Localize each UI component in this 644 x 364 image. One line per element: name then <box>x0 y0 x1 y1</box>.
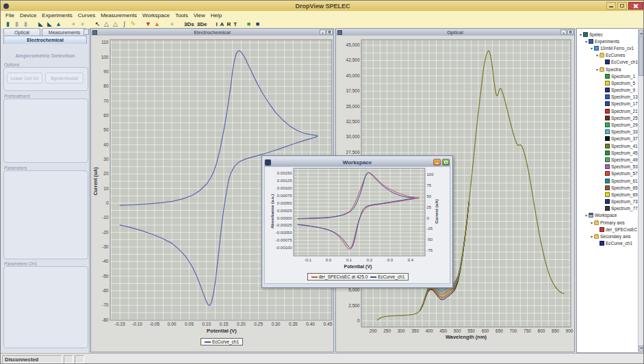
tree-scrollbar[interactable] <box>638 29 643 352</box>
expander-icon[interactable]: ▾ <box>578 32 583 37</box>
tree-item-experiments[interactable]: ▾Experiments <box>578 38 638 44</box>
menu-item-help[interactable]: Help <box>208 12 224 18</box>
expander-icon[interactable]: ▾ <box>584 39 589 44</box>
menu-item-tools[interactable]: Tools <box>172 12 191 18</box>
tree-item-spectrum-29[interactable]: Spectrum_29 <box>578 121 638 128</box>
expander-icon[interactable]: ▾ <box>589 46 594 51</box>
titlebar[interactable]: DropView SPELEC <box>1 1 644 11</box>
ec-maximize-button[interactable] <box>326 29 333 35</box>
tab-electrochemical[interactable]: Electrochemical <box>3 36 87 44</box>
tree-item-der-specvsec-at-425-0[interactable]: der_SPECvsEC at 425.0 <box>578 226 638 233</box>
ec-minimize-button[interactable] <box>320 29 326 35</box>
electrochemical-window-titlebar[interactable]: Electrochemical <box>91 29 333 36</box>
bipotentiostat-button[interactable]: Bipotentiostat <box>45 73 83 83</box>
zoom-tool-icon[interactable]: △ <box>102 20 111 29</box>
open-file-icon[interactable]: ▮ <box>21 20 30 29</box>
expander-icon[interactable]: ▾ <box>584 213 589 218</box>
tree-item-secondary-axis[interactable]: ▾Secondary axis <box>578 233 638 239</box>
export-icon[interactable]: ■ <box>244 20 253 29</box>
menu-item-workspace[interactable]: Workspace <box>140 12 172 18</box>
menu-item-file[interactable]: File <box>3 12 17 18</box>
record-icon[interactable]: ● <box>168 20 177 29</box>
menu-item-view[interactable]: View <box>191 12 208 18</box>
derivative-up-icon[interactable]: ▲ <box>153 20 162 29</box>
tab-optical[interactable]: Optical <box>3 28 40 36</box>
curve-color-icon <box>605 157 610 162</box>
menu-item-measurements[interactable]: Measurements <box>98 12 140 18</box>
close-button[interactable] <box>628 2 643 10</box>
move-axes-tool-icon[interactable]: △ <box>111 20 120 29</box>
workspace-title: Workspace <box>264 159 450 166</box>
tree-item-spectrum-17[interactable]: Spectrum_17 <box>578 101 638 107</box>
tree-item-spectrum-21[interactable]: Spectrum_21 <box>578 107 638 114</box>
menu-item-curves[interactable]: Curves <box>75 12 98 18</box>
tree-item-spectrum-9[interactable]: Spectrum_9 <box>578 87 638 94</box>
tree-item-eccurve-ch1[interactable]: EcCurve_ch1 <box>578 59 638 66</box>
tree-item-eccurves[interactable]: ▾EcCurves <box>578 52 638 59</box>
optical-window-titlebar[interactable]: Optical <box>336 29 574 36</box>
tree-item-spectra[interactable]: ▾Spectra <box>578 66 638 73</box>
tree-item-spectrum-41[interactable]: Spectrum_41 <box>578 142 638 149</box>
tree-item-spectrum-53[interactable]: Spectrum_53 <box>578 164 638 170</box>
tree-item-spectrum-33[interactable]: Spectrum_33 <box>578 129 638 135</box>
tree-item-spectrum-49[interactable]: Spectrum_49 <box>578 156 638 163</box>
expander-icon[interactable]: ▾ <box>595 53 600 57</box>
electrochemical-window-title: Electrochemical <box>91 30 333 35</box>
menu-item-device[interactable]: Device <box>17 12 39 18</box>
scroll-thumb[interactable] <box>639 36 643 76</box>
workspace-maximize-button[interactable] <box>442 159 450 166</box>
ec-x-axis-title: Potential (V) <box>110 328 333 334</box>
expander-icon[interactable]: ▾ <box>589 220 594 225</box>
workspace-titlebar[interactable]: Workspace <box>264 158 450 166</box>
tree-item-spectrum-65[interactable]: Spectrum_65 <box>578 184 638 191</box>
tree-item-primary-axis[interactable]: ▾Primary axis <box>578 219 638 226</box>
smoothing-tool-icon[interactable]: ∫ <box>120 20 129 29</box>
scroll-up-icon[interactable] <box>639 29 643 36</box>
tree-item-spectrum-69[interactable]: Spectrum_69 <box>578 191 638 198</box>
expander-icon[interactable]: ▾ <box>595 67 600 72</box>
optical-measurement-icon[interactable]: ▲ <box>54 20 63 29</box>
leave-cell-on-button[interactable]: Leave Cell On <box>7 73 42 83</box>
threed-end-button[interactable]: 3De <box>196 20 209 29</box>
play-icon[interactable]: ● <box>69 20 78 29</box>
tree-item-spectrum-13[interactable]: Spectrum_13 <box>578 94 638 101</box>
ec-measurement-icon[interactable]: ◣ <box>36 20 45 29</box>
tree-item-eccurve-ch1[interactable]: EcCurve_ch1 <box>578 240 638 247</box>
threed-start-button[interactable]: 3Ds <box>183 20 196 29</box>
tree-item-spectrum-37[interactable]: Spectrum_37 <box>578 135 638 142</box>
tree-item-spectrum-73[interactable]: Spectrum_73 <box>578 198 638 205</box>
minimize-button[interactable] <box>606 2 616 10</box>
experiments-tree: ▾Spelec▾Experiments▾10mM Ferro_cv1▾EcCur… <box>578 31 638 247</box>
stop-icon[interactable]: ● <box>78 20 87 29</box>
tree-item-spectrum-5[interactable]: Spectrum_5 <box>578 79 638 86</box>
tree-item-workspace[interactable]: ▾Workspace <box>578 212 638 219</box>
optical-minimize-button[interactable] <box>561 29 567 35</box>
connect-device-icon[interactable]: ▮ <box>3 20 12 29</box>
cursor-tool-icon[interactable]: ↖ <box>93 20 102 29</box>
panel-collapse-button[interactable] <box>83 29 89 35</box>
device-settings-icon[interactable]: ▮ <box>12 20 21 29</box>
expander-icon[interactable]: ▾ <box>589 234 594 239</box>
ec-measurement-2-icon[interactable]: ◣ <box>45 20 54 29</box>
menu-item-experiments[interactable]: Experiments <box>39 12 75 18</box>
tree-item-spectrum-77[interactable]: Spectrum_77 <box>578 205 638 212</box>
tree-item-spectrum-61[interactable]: Spectrum_61 <box>578 177 638 184</box>
region-button[interactable]: R <box>225 20 232 29</box>
workspace-minimize-button[interactable] <box>433 159 441 166</box>
derivative-down-icon[interactable]: ▼ <box>144 20 153 29</box>
tree-item-spectrum-25[interactable]: Spectrum_25 <box>578 114 638 121</box>
scroll-down-icon[interactable] <box>639 346 643 352</box>
tree-item-spectrum-1[interactable]: Spectrum_1 <box>578 73 638 79</box>
workspace-chart[interactable]: -0.10.00.10.20.30.40.001500.001250.00100… <box>269 167 446 263</box>
tree-item-spectrum-57[interactable]: Spectrum_57 <box>578 170 638 177</box>
tree-item-10mm-ferro-cv1[interactable]: ▾10mM Ferro_cv1 <box>578 44 638 51</box>
workspace-button-icon[interactable]: ■ <box>253 20 262 29</box>
table-button[interactable]: T <box>232 20 238 29</box>
optical-maximize-button[interactable] <box>567 29 574 35</box>
maximize-button[interactable] <box>617 2 627 10</box>
analysis-button[interactable]: A <box>219 20 226 29</box>
tab-measurements[interactable]: Measurements <box>42 28 87 36</box>
tree-item-spelec[interactable]: ▾Spelec <box>578 31 638 38</box>
tree-item-spectrum-45[interactable]: Spectrum_45 <box>578 149 638 156</box>
annotate-tool-icon[interactable]: ✎ <box>129 20 138 29</box>
